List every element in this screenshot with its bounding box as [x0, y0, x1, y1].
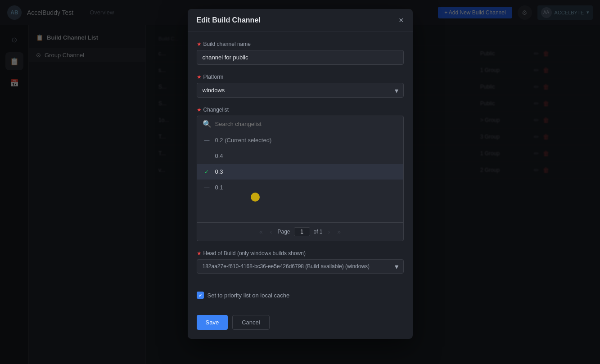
changelist-item-0-3[interactable]: ✓ 0.3 [197, 164, 403, 180]
changelist-item-current[interactable]: — 0.2 (Current selected) [197, 132, 403, 148]
pagination-next-button[interactable]: › [326, 227, 332, 236]
required-star: ★ [197, 74, 202, 80]
pagination-last-button[interactable]: » [335, 227, 343, 236]
priority-checkbox-group: Set to priority list on local cache [188, 292, 413, 306]
platform-select[interactable]: windows linux macos [197, 83, 404, 98]
priority-checkbox[interactable] [197, 292, 204, 299]
priority-checkbox-label: Set to priority list on local cache [208, 292, 290, 299]
pagination-page-input[interactable] [294, 227, 310, 236]
check-icon: ✓ [204, 169, 212, 175]
modal-header: Edit Build Channel × [188, 9, 413, 32]
pagination-of-label: of 1 [314, 229, 323, 235]
channel-name-label: ★ Build channel name [197, 41, 404, 47]
platform-label: ★ Platform [197, 74, 404, 80]
channel-name-input[interactable] [197, 50, 404, 65]
platform-select-wrapper: windows linux macos [197, 83, 404, 98]
required-star: ★ [197, 41, 202, 47]
edit-build-channel-modal: Edit Build Channel × ★ Build channel nam… [188, 9, 413, 339]
changelist-item-0-1[interactable]: — 0.1 [197, 180, 403, 195]
changelist-group: ★ Changelist 🔍 — 0.2 (Current selected) [197, 107, 404, 241]
modal-close-button[interactable]: × [399, 16, 404, 24]
modal-overlay[interactable]: Edit Build Channel × ★ Build channel nam… [0, 0, 600, 364]
head-of-build-select[interactable]: 182aa27e-f610-4168-bc36-ee5e426d6798 (Bu… [197, 259, 404, 274]
modal-body: ★ Build channel name ★ Platform windows … [188, 32, 413, 292]
changelist-container: 🔍 — 0.2 (Current selected) 0.4 [197, 116, 404, 241]
required-star: ★ [197, 250, 202, 256]
changelist-search-input[interactable] [215, 121, 398, 127]
changelist-label: ★ Changelist [197, 107, 404, 113]
channel-name-group: ★ Build channel name [197, 41, 404, 65]
changelist-search-row: 🔍 [197, 116, 403, 132]
head-of-build-label: ★ Head of Build (only windows builds sho… [197, 250, 404, 256]
required-star: ★ [197, 107, 202, 113]
modal-title: Edit Build Channel [197, 16, 261, 24]
cancel-button[interactable]: Cancel [232, 315, 269, 330]
platform-group: ★ Platform windows linux macos [197, 74, 404, 98]
changelist-pagination: « ‹ Page of 1 › » [197, 222, 403, 241]
head-of-build-group: ★ Head of Build (only windows builds sho… [197, 250, 404, 274]
pagination-prev-button[interactable]: ‹ [268, 227, 274, 236]
changelist-empty-space [197, 195, 403, 222]
head-of-build-select-wrapper: 182aa27e-f610-4168-bc36-ee5e426d6798 (Bu… [197, 259, 404, 274]
changelist-item-0-4[interactable]: 0.4 [197, 148, 403, 164]
pagination-page-label: Page [277, 229, 290, 235]
dash-icon: — [204, 137, 212, 144]
dash-icon: — [204, 184, 212, 191]
save-button[interactable]: Save [197, 315, 228, 330]
pagination-first-button[interactable]: « [257, 227, 265, 236]
modal-footer: Save Cancel [188, 315, 413, 339]
search-icon: 🔍 [203, 120, 212, 128]
